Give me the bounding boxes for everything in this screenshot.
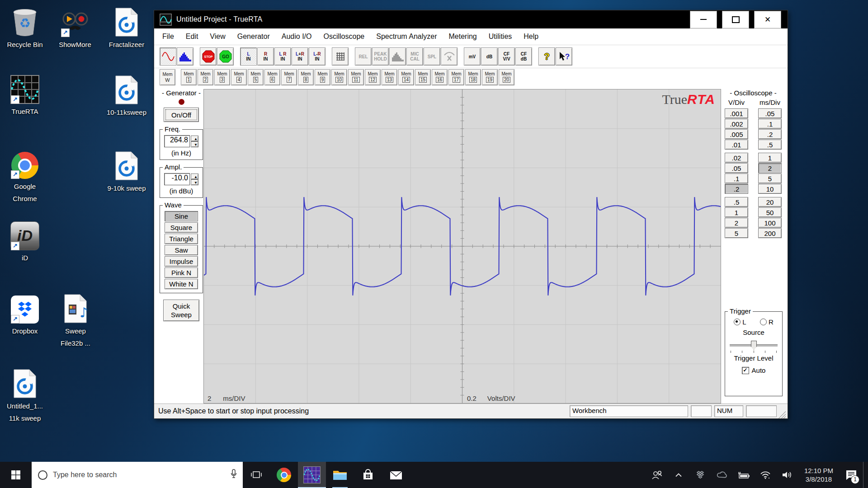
- resize-grip[interactable]: [778, 411, 786, 418]
- cf-vv-button[interactable]: CFV/V: [498, 47, 515, 66]
- ampl-up-button[interactable]: ▲: [191, 174, 198, 179]
- desktop-icon-truerta[interactable]: ↗TrueRTA: [0, 74, 50, 117]
- generator-wave-button[interactable]: [160, 47, 176, 66]
- vdiv-p05-button[interactable]: .05: [725, 163, 748, 173]
- memory-button-18[interactable]: Mem18: [465, 69, 481, 85]
- taskbar-app-store[interactable]: [354, 462, 382, 488]
- mv-button[interactable]: mV: [464, 47, 481, 66]
- memory-button-4[interactable]: Mem4: [231, 69, 247, 85]
- action-center-button[interactable]: 1: [840, 462, 863, 488]
- msdiv-2-button[interactable]: 2: [758, 163, 782, 173]
- tray-dropbox-icon[interactable]: [689, 462, 711, 488]
- slider-thumb[interactable]: [751, 341, 757, 350]
- taskbar-app-chrome[interactable]: [270, 462, 298, 488]
- help-button[interactable]: ?: [538, 47, 555, 66]
- msdiv-10-button[interactable]: 10: [758, 184, 782, 194]
- rel-button[interactable]: REL: [355, 47, 372, 66]
- input-lr-button[interactable]: L RIN: [274, 47, 291, 66]
- desktop-icon-dropbox[interactable]: ↗Dropbox: [0, 294, 50, 337]
- memory-button-6[interactable]: Mem6: [264, 69, 280, 85]
- memory-button-13[interactable]: Mem13: [382, 69, 397, 85]
- memory-button-8[interactable]: Mem8: [298, 69, 314, 85]
- desktop-icon-google-chrome[interactable]: ↗Google Chrome: [0, 149, 50, 205]
- input-lminusr-button[interactable]: L-RIN: [309, 47, 326, 66]
- memory-button-17[interactable]: Mem17: [448, 69, 464, 85]
- memory-button-20[interactable]: Mem20: [499, 69, 514, 85]
- vdiv-2-button[interactable]: 2: [725, 218, 748, 228]
- menu-item-file[interactable]: File: [156, 33, 180, 41]
- context-help-button[interactable]: ?: [556, 47, 572, 66]
- memory-button-19[interactable]: Mem19: [482, 69, 498, 85]
- input-lplusr-button[interactable]: L+RIN: [292, 47, 308, 66]
- msdiv-200-button[interactable]: 200: [758, 228, 782, 238]
- stop-button[interactable]: STOP: [200, 47, 217, 66]
- msdiv-p2-button[interactable]: .2: [758, 129, 782, 139]
- memory-button-12[interactable]: Mem12: [365, 69, 381, 85]
- memory-button-14[interactable]: Mem14: [398, 69, 414, 85]
- memory-button-11[interactable]: Mem11: [348, 69, 364, 85]
- mic-cal-button[interactable]: MICCAL: [406, 47, 423, 66]
- wave-impulse-button[interactable]: Impulse: [165, 256, 198, 267]
- wave-pinkn-button[interactable]: Pink N: [165, 267, 198, 278]
- menu-item-audioio[interactable]: Audio I/O: [276, 33, 318, 41]
- menu-item-help[interactable]: Help: [518, 33, 544, 41]
- msdiv-p05-button[interactable]: .05: [758, 108, 782, 118]
- gray-bars-button[interactable]: [389, 47, 406, 66]
- taskbar-app-file-explorer[interactable]: [326, 462, 354, 488]
- menu-item-utilities[interactable]: Utilities: [483, 33, 518, 41]
- tray-onedrive-icon[interactable]: [711, 462, 733, 488]
- desktop-icon-showmore[interactable]: ↗ShowMore: [50, 7, 100, 51]
- vdiv-p01-button[interactable]: .01: [725, 140, 748, 150]
- wave-whiten-button[interactable]: White N: [165, 279, 198, 289]
- quick-sweep-button[interactable]: Quick Sweep: [163, 300, 199, 321]
- msdiv-100-button[interactable]: 100: [758, 218, 782, 228]
- memory-button-9[interactable]: Mem9: [315, 69, 330, 85]
- freq-input[interactable]: 264.8: [164, 135, 190, 147]
- menu-item-spectrumanalyzer[interactable]: Spectrum Analyzer: [370, 33, 443, 41]
- taskbar-app-truerta[interactable]: [298, 462, 326, 488]
- ampl-input[interactable]: -10.0: [164, 173, 190, 185]
- menu-item-edit[interactable]: Edit: [180, 33, 204, 41]
- search-box[interactable]: Type here to search: [32, 462, 243, 488]
- memory-button-5[interactable]: Mem5: [248, 69, 264, 85]
- trigger-source-left-radio[interactable]: L: [734, 318, 746, 326]
- tray-wifi-icon[interactable]: [755, 462, 776, 488]
- generator-onoff-button[interactable]: On/Off: [164, 108, 199, 122]
- task-view-button[interactable]: [243, 462, 270, 488]
- memory-button-10[interactable]: Mem10: [331, 69, 347, 85]
- go-button[interactable]: GO: [217, 47, 234, 66]
- vdiv-p002-button[interactable]: .002: [725, 119, 748, 129]
- tray-volume-icon[interactable]: [776, 462, 798, 488]
- input-l-button[interactable]: LIN: [240, 47, 257, 66]
- auto-checkbox[interactable]: ✓: [742, 367, 749, 374]
- vdiv-p2-button[interactable]: .2: [725, 184, 748, 194]
- vdiv-5-button[interactable]: 5: [725, 228, 748, 238]
- tray-battery-icon[interactable]: [733, 462, 755, 488]
- vdiv-p5-button[interactable]: .5: [725, 197, 748, 207]
- microphone-icon[interactable]: [230, 469, 237, 481]
- menu-item-metering[interactable]: Metering: [443, 33, 482, 41]
- menu-item-oscilloscope[interactable]: Oscilloscope: [318, 33, 371, 41]
- desktop-icon-fractalizeer[interactable]: Fractalizeer: [102, 7, 151, 51]
- grid-button[interactable]: [332, 47, 349, 66]
- vdiv-p005-button[interactable]: .005: [725, 129, 748, 139]
- msdiv-p1-button[interactable]: .1: [758, 119, 782, 129]
- desktop-icon-recycle-bin[interactable]: ♻Recycle Bin: [0, 7, 50, 51]
- wave-sine-button[interactable]: Sine: [165, 211, 198, 221]
- maximize-button[interactable]: [722, 11, 749, 28]
- freq-down-button[interactable]: ▼: [191, 141, 198, 147]
- memory-button-15[interactable]: Mem15: [415, 69, 431, 85]
- memory-button-1[interactable]: Mem1: [181, 69, 197, 85]
- desktop-icon-untitled-11k-sweep[interactable]: Untitled_1... 11k sweep: [0, 369, 50, 424]
- tray-people-icon[interactable]: [646, 462, 668, 488]
- clock[interactable]: 12:10 PM 3/8/2018: [798, 462, 840, 488]
- vdiv-1-button[interactable]: 1: [725, 207, 748, 217]
- wave-square-button[interactable]: Square: [165, 222, 198, 233]
- tray-chevron-up-icon[interactable]: [668, 462, 689, 488]
- desktop-icon-sweep-9-10k[interactable]: 9-10k sweep: [102, 151, 151, 194]
- close-button[interactable]: ✕: [754, 11, 781, 28]
- ampl-down-button[interactable]: ▼: [191, 179, 198, 185]
- msdiv-20-button[interactable]: 20: [758, 197, 782, 207]
- wave-triangle-button[interactable]: Triangle: [165, 234, 198, 244]
- trigger-source-right-radio[interactable]: R: [760, 318, 774, 326]
